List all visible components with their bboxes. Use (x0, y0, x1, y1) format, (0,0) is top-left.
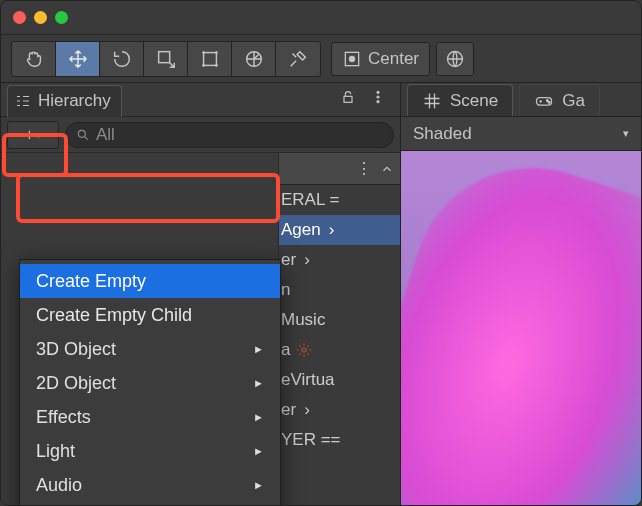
svg-point-14 (548, 101, 550, 103)
shading-mode-caret[interactable]: ▾ (623, 128, 629, 139)
editor-window: Center Hierarchy (0, 0, 642, 506)
rotate-icon (111, 48, 133, 70)
transform-tool-group (11, 41, 321, 77)
hierarchy-tab-label: Hierarchy (38, 91, 111, 111)
menu-item-create-empty-child[interactable]: Create Empty Child (20, 298, 280, 332)
menu-item-label: Audio (36, 475, 82, 496)
scene-tab[interactable]: Scene (407, 84, 513, 116)
tree-row[interactable]: er› (279, 395, 400, 425)
pivot-mode-button[interactable]: Center (331, 42, 430, 76)
hierarchy-tabrow: Hierarchy (1, 83, 400, 117)
chevron-right-icon: › (300, 250, 314, 270)
globe-icon (445, 49, 465, 69)
svg-point-9 (377, 101, 379, 103)
transform-tool-button[interactable] (232, 42, 276, 76)
scene-icon (422, 91, 442, 111)
scene-mode-bar: Shaded ▾ (401, 117, 641, 151)
rect-icon (199, 48, 221, 70)
hand-tool-button[interactable] (12, 42, 56, 76)
kebab-icon[interactable]: ⋮ (356, 161, 372, 177)
window-minimize-button[interactable] (34, 11, 47, 24)
tree-row[interactable]: ERAL = (279, 185, 400, 215)
pivot-mode-label: Center (368, 49, 419, 69)
move-tool-button[interactable] (56, 42, 100, 76)
pivot-icon (342, 49, 362, 69)
menu-item-label: Create Empty (36, 271, 146, 292)
tree-item-label: YER == (281, 430, 341, 450)
chevron-right-icon: › (325, 220, 339, 240)
tree-item-label: n (281, 280, 290, 300)
main-area: Hierarchy + ▾ All (1, 83, 641, 505)
tree-row[interactable]: Music (279, 305, 400, 335)
lock-icon[interactable] (340, 89, 356, 110)
menu-item-3d-object[interactable]: 3D Object (20, 332, 280, 366)
tree-scene-header[interactable]: ⋮ (279, 153, 400, 185)
svg-rect-1 (203, 52, 216, 65)
add-gameobject-button[interactable]: + ▾ (7, 121, 59, 149)
handle-rotation-button[interactable] (436, 42, 474, 76)
custom-tools-button[interactable] (276, 42, 320, 76)
svg-rect-6 (344, 96, 352, 102)
tree-item-label: Agen (281, 220, 321, 240)
gamepad-icon (534, 91, 554, 111)
create-context-menu: Create Empty Create Empty Child 3D Objec… (19, 259, 281, 506)
scale-tool-button[interactable] (144, 42, 188, 76)
rect-tool-button[interactable] (188, 42, 232, 76)
shading-mode-label: Shaded (413, 124, 472, 143)
tree-row[interactable]: a (279, 335, 400, 365)
scale-icon (155, 48, 177, 70)
scene-tab-label: Scene (450, 91, 498, 111)
tree-item-label: Music (281, 310, 325, 330)
hierarchy-toolbar: + ▾ All (1, 117, 400, 153)
move-icon (67, 48, 89, 70)
tree-row[interactable]: YER == (279, 425, 400, 455)
window-close-button[interactable] (13, 11, 26, 24)
svg-rect-0 (158, 51, 169, 62)
svg-point-8 (377, 96, 379, 98)
caret-down-icon: ▾ (36, 130, 41, 140)
menu-item-effects[interactable]: Effects (20, 400, 280, 434)
gear-icon (296, 342, 312, 358)
panel-menu-icon[interactable] (370, 89, 386, 110)
hierarchy-tree-visible-column: ⋮ ERAL = Agen› er› n Music a eVirtua er›… (278, 153, 400, 505)
scene-panel: Scene Ga Shaded ▾ (401, 83, 641, 505)
game-tab[interactable]: Ga (519, 84, 600, 116)
tree-row[interactable]: eVirtua (279, 365, 400, 395)
menu-item-light[interactable]: Light (20, 434, 280, 468)
menu-item-video[interactable]: Video (20, 502, 280, 506)
tree-item-label: er (281, 400, 296, 420)
tree-item-label: eVirtua (281, 370, 335, 390)
svg-point-13 (547, 99, 549, 101)
chevron-right-icon: › (300, 400, 314, 420)
window-maximize-button[interactable] (55, 11, 68, 24)
tree-row[interactable]: er› (279, 245, 400, 275)
tree-item-label: ERAL = (281, 190, 339, 210)
menu-item-create-empty[interactable]: Create Empty (20, 264, 280, 298)
search-placeholder: All (96, 125, 115, 145)
main-toolbar: Center (1, 35, 641, 83)
caret-down-icon: ▾ (623, 128, 629, 139)
menu-item-label: 2D Object (36, 373, 116, 394)
plus-icon: + (25, 127, 34, 143)
scene-viewport[interactable] (401, 151, 641, 505)
hierarchy-search-input[interactable]: All (65, 122, 394, 148)
search-icon (76, 128, 90, 142)
hierarchy-tab[interactable]: Hierarchy (7, 85, 122, 117)
svg-point-11 (302, 348, 306, 352)
svg-point-7 (377, 91, 379, 93)
rotate-tool-button[interactable] (100, 42, 144, 76)
shading-mode-dropdown[interactable]: Shaded (413, 124, 472, 144)
hierarchy-panel: Hierarchy + ▾ All (1, 83, 401, 505)
scene-tabrow: Scene Ga (401, 83, 641, 117)
menu-item-label: Create Empty Child (36, 305, 192, 326)
tree-row[interactable]: n (279, 275, 400, 305)
window-titlebar (1, 1, 641, 35)
tree-row[interactable]: Agen› (279, 215, 400, 245)
tree-item-label: a (281, 340, 290, 360)
menu-item-audio[interactable]: Audio (20, 468, 280, 502)
menu-item-2d-object[interactable]: 2D Object (20, 366, 280, 400)
svg-point-4 (350, 56, 355, 61)
tools-icon (287, 48, 309, 70)
collapse-icon (380, 162, 394, 176)
game-tab-label: Ga (562, 91, 585, 111)
